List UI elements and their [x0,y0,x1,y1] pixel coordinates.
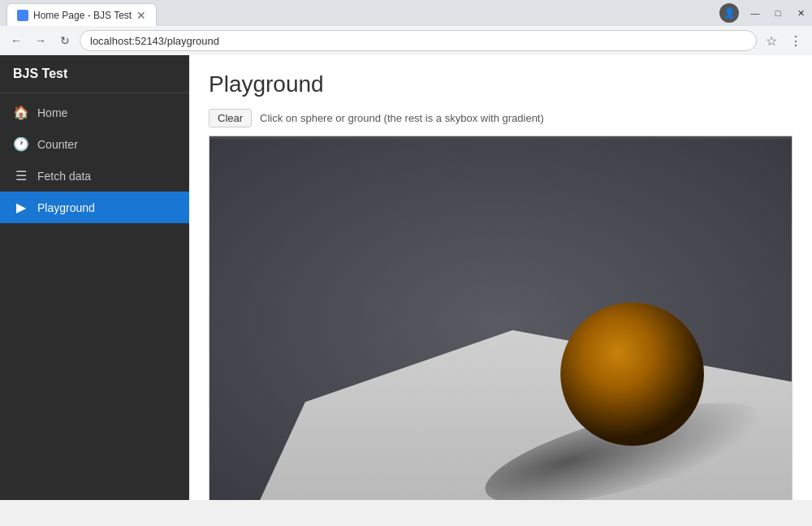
sidebar-nav: 🏠 Home 🕐 Counter ☰ Fetch data ▶ Playgrou… [0,93,189,223]
main-content: Playground Clear Click on sphere or grou… [189,55,812,500]
sidebar-item-playground[interactable]: ▶ Playground [0,192,189,223]
refresh-button[interactable]: ↻ [55,31,75,50]
sidebar-item-fetch[interactable]: ☰ Fetch data [0,160,189,192]
address-bar: ← → ↻ ☆ ⋮ [0,26,812,55]
sidebar-item-label-fetch: Fetch data [37,170,91,183]
playground-icon: ▶ [13,200,29,215]
bookmark-button[interactable]: ☆ [762,31,781,50]
address-input[interactable] [80,30,757,51]
scene-svg [209,136,792,500]
hint-text: Click on sphere or ground (the rest is a… [260,112,544,124]
sidebar: BJS Test 🏠 Home 🕐 Counter ☰ Fetch data ▶… [0,55,189,500]
sidebar-item-home[interactable]: 🏠 Home [0,97,189,128]
user-profile-icon: 👤 [719,3,739,23]
browser-tab[interactable]: Home Page - BJS Test ✕ [6,3,157,26]
maximize-button[interactable]: □ [767,4,789,22]
tab-favicon [17,10,28,21]
page-title: Playground [209,71,793,97]
title-bar-left: Home Page - BJS Test ✕ [0,0,719,26]
sidebar-item-label-home: Home [37,106,67,119]
counter-icon: 🕐 [13,136,29,152]
clear-button[interactable]: Clear [209,109,252,127]
tab-title: Home Page - BJS Test [33,10,132,21]
sidebar-item-counter[interactable]: 🕐 Counter [0,128,189,160]
title-bar-right: 👤 — □ ✕ [719,3,812,23]
tab-close-button[interactable]: ✕ [136,9,146,22]
home-icon: 🏠 [13,105,29,120]
minimize-button[interactable]: — [744,4,767,22]
sidebar-item-label-counter: Counter [37,138,78,151]
menu-button[interactable]: ⋮ [786,31,806,50]
title-bar: Home Page - BJS Test ✕ 👤 — □ ✕ [0,0,812,26]
fetch-icon: ☰ [13,168,29,183]
back-button[interactable]: ← [6,31,26,50]
svg-point-3 [560,302,704,446]
canvas-container[interactable] [209,136,793,500]
sidebar-item-label-playground: Playground [37,201,95,214]
toolbar: Clear Click on sphere or ground (the res… [209,109,793,127]
app-container: BJS Test 🏠 Home 🕐 Counter ☰ Fetch data ▶… [0,55,812,500]
close-button[interactable]: ✕ [789,4,812,22]
forward-button[interactable]: → [31,31,50,50]
sidebar-title: BJS Test [0,55,189,93]
